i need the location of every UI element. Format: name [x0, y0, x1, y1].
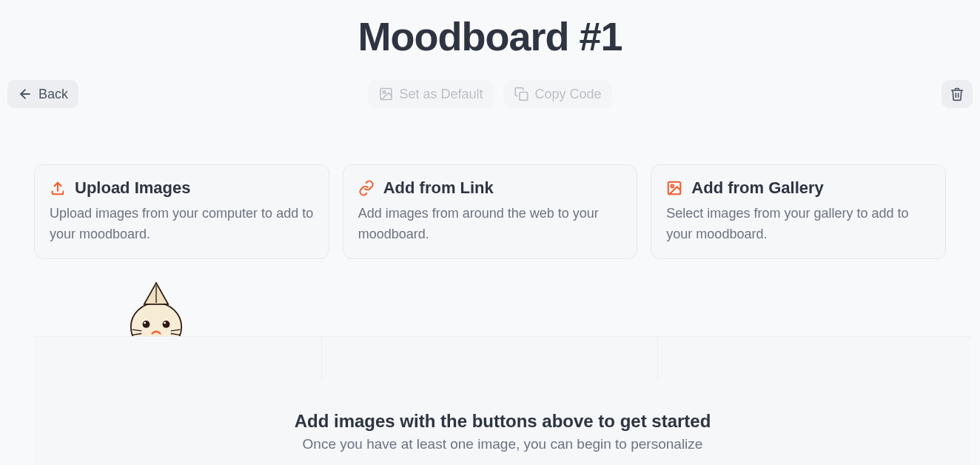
delete-button[interactable] — [942, 80, 973, 108]
copy-icon — [514, 87, 529, 101]
empty-subtitle: Once you have at least one image, you ca… — [34, 436, 971, 452]
svg-rect-3 — [520, 93, 528, 101]
trash-icon — [950, 87, 964, 101]
card-desc: Select images from your gallery to add t… — [666, 204, 930, 245]
action-cards: Upload Images Upload images from your co… — [0, 164, 980, 259]
gallery-icon — [666, 180, 682, 196]
svg-point-6 — [671, 184, 674, 187]
svg-point-2 — [383, 91, 385, 93]
svg-point-15 — [164, 321, 166, 324]
card-desc: Add images from around the web to your m… — [358, 204, 622, 245]
add-from-link-card[interactable]: Add from Link Add images from around the… — [343, 164, 638, 259]
card-title: Add from Link — [383, 178, 494, 198]
set-default-button: Set as Default — [368, 80, 493, 108]
copy-code-button: Copy Code — [504, 80, 612, 108]
empty-state: Add images with the buttons above to get… — [34, 336, 971, 465]
svg-point-12 — [143, 321, 150, 328]
link-icon — [358, 180, 375, 196]
upload-images-card[interactable]: Upload Images Upload images from your co… — [34, 164, 329, 259]
svg-point-13 — [163, 321, 170, 328]
back-button[interactable]: Back — [7, 80, 78, 108]
divider — [321, 336, 322, 381]
divider — [657, 336, 658, 381]
empty-title: Add images with the buttons above to get… — [34, 411, 971, 432]
toolbar: Back Set as Default Copy Code — [0, 80, 980, 114]
card-desc: Upload images from your computer to add … — [50, 204, 314, 245]
set-default-label: Set as Default — [399, 87, 483, 101]
page-title: Moodboard #1 — [0, 0, 980, 59]
copy-code-label: Copy Code — [535, 87, 602, 101]
add-from-gallery-card[interactable]: Add from Gallery Select images from your… — [651, 164, 946, 259]
svg-point-14 — [144, 321, 146, 324]
image-icon — [378, 87, 393, 101]
back-button-label: Back — [38, 87, 68, 101]
card-title: Add from Gallery — [691, 178, 823, 198]
card-title: Upload Images — [75, 178, 190, 198]
upload-icon — [50, 180, 66, 196]
arrow-left-icon — [18, 87, 33, 101]
